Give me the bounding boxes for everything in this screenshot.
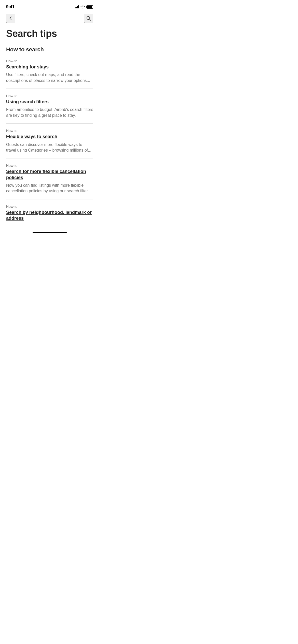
page-title-section: Search tips — [0, 25, 99, 46]
article-title: Using search filters — [6, 99, 93, 105]
article-excerpt: Now you can find listings with more flex… — [6, 183, 93, 194]
article-category: How-to — [6, 129, 93, 133]
article-category: How-to — [6, 204, 93, 209]
signal-icon — [75, 5, 79, 8]
back-button[interactable] — [6, 14, 15, 23]
article-category: How-to — [6, 164, 93, 168]
article-title: Search by neighbourhood, landmark or add… — [6, 210, 93, 222]
content-area: How to search How-to Searching for stays… — [0, 46, 99, 222]
article-item[interactable]: How-to Flexible ways to search Guests ca… — [6, 124, 93, 158]
article-category: How-to — [6, 94, 93, 98]
article-title: Searching for stays — [6, 64, 93, 70]
status-bar: 9:41 — [0, 0, 99, 12]
article-item[interactable]: How-to Search by neighbourhood, landmark… — [6, 199, 93, 222]
battery-icon — [86, 5, 93, 9]
home-bar — [33, 232, 67, 233]
section-heading: How to search — [6, 46, 93, 53]
page-title: Search tips — [6, 28, 93, 39]
status-time: 9:41 — [6, 4, 15, 9]
article-category: How-to — [6, 59, 93, 63]
article-excerpt: Guests can discover more flexible ways t… — [6, 142, 93, 153]
battery-fill — [87, 6, 92, 8]
article-excerpt: Use filters, check out maps, and read th… — [6, 72, 93, 83]
article-item[interactable]: How-to Search for more flexible cancella… — [6, 158, 93, 199]
article-item[interactable]: How-to Searching for stays Use filters, … — [6, 59, 93, 89]
nav-bar — [0, 12, 99, 25]
wifi-icon — [80, 5, 85, 8]
status-icons — [75, 5, 93, 9]
search-button[interactable] — [84, 14, 93, 23]
home-indicator — [0, 228, 99, 235]
article-excerpt: From amenities to budget, Airbnb's searc… — [6, 107, 93, 118]
article-item[interactable]: How-to Using search filters From ameniti… — [6, 89, 93, 124]
article-title: Search for more flexible cancellation po… — [6, 169, 93, 181]
article-title: Flexible ways to search — [6, 134, 93, 140]
